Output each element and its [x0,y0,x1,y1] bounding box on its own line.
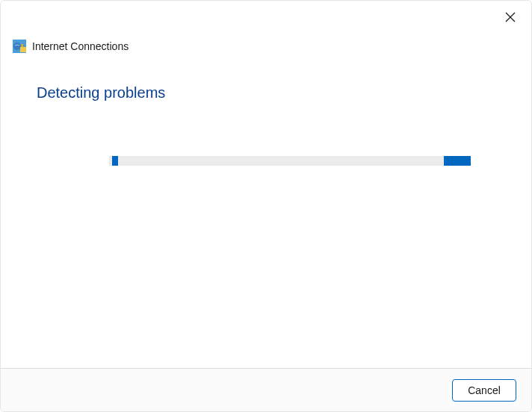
window-title: Internet Connections [32,40,129,52]
cancel-button[interactable]: Cancel [452,379,516,402]
svg-point-3 [13,43,21,50]
progress-indicator-right [444,156,471,166]
dialog-footer: Cancel [1,368,531,411]
svg-rect-4 [20,47,26,52]
internet-connections-icon [13,40,26,53]
progress-indicator-left [112,156,118,166]
close-button[interactable] [501,10,519,28]
progress-bar [109,156,471,166]
svg-rect-5 [21,44,23,47]
page-heading: Detecting problems [37,84,495,102]
content-area: Detecting problems [37,84,495,102]
window-header: Internet Connections [13,40,129,53]
close-icon [505,12,516,25]
